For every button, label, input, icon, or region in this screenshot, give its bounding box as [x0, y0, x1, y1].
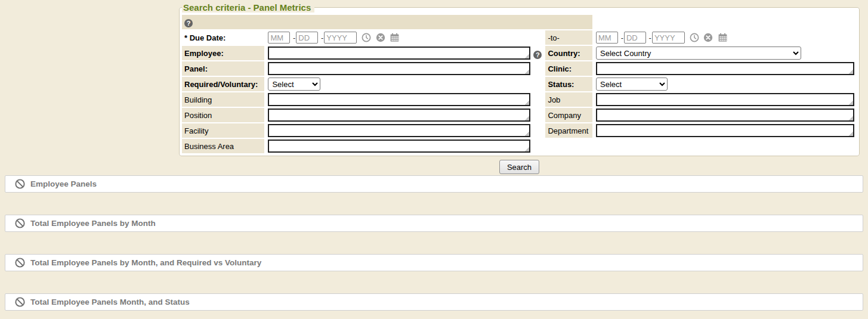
- business-area-label: Business Area: [182, 139, 264, 153]
- due-date-to-month-input[interactable]: [596, 32, 618, 44]
- due-date-from-day-input[interactable]: [296, 32, 318, 44]
- country-cell: Select Country: [594, 46, 857, 60]
- building-cell: [265, 92, 544, 107]
- clinic-label: Clinic:: [545, 61, 592, 76]
- circle-slash-icon: [15, 179, 25, 189]
- search-criteria-fieldset: Search criteria - Panel Metrics ? * Due …: [179, 2, 860, 156]
- date-separator: -: [649, 33, 651, 42]
- due-date-from-cell: - -: [265, 30, 544, 45]
- building-input[interactable]: [268, 93, 530, 106]
- job-input[interactable]: [596, 93, 854, 106]
- panel-cell: [265, 61, 544, 76]
- position-input[interactable]: [268, 109, 530, 122]
- circle-slash-icon: [15, 218, 25, 228]
- calendar-icon[interactable]: [390, 33, 400, 42]
- calendar-icon[interactable]: [718, 33, 728, 42]
- building-job-row: Building Job: [182, 92, 857, 107]
- business-area-row: Business Area: [182, 139, 857, 153]
- section-title: Total Employee Panels by Month, and Requ…: [30, 258, 261, 267]
- employee-input[interactable]: [268, 47, 530, 60]
- company-input[interactable]: [596, 109, 854, 122]
- section-title: Employee Panels: [30, 179, 97, 188]
- facility-input[interactable]: [268, 124, 530, 137]
- date-separator: -: [293, 33, 295, 42]
- due-date-label: * Due Date:: [182, 30, 264, 45]
- facility-cell: [265, 123, 544, 138]
- report-sections: Employee Panels Total Employee Panels by…: [5, 175, 863, 311]
- country-select[interactable]: Select Country: [596, 47, 801, 60]
- clear-date-icon[interactable]: [376, 33, 385, 42]
- panel-input[interactable]: [268, 62, 530, 75]
- due-date-from-month-input[interactable]: [268, 32, 290, 44]
- date-separator: -: [621, 33, 623, 42]
- position-company-row: Position Company: [182, 108, 857, 122]
- status-label: Status:: [545, 77, 592, 91]
- job-cell: [594, 92, 857, 107]
- clear-date-icon[interactable]: [703, 33, 713, 42]
- clock-icon[interactable]: [690, 33, 699, 42]
- due-date-row: * Due Date: - - -to- - -: [182, 30, 857, 45]
- company-cell: [594, 108, 857, 122]
- clinic-input[interactable]: [596, 62, 854, 75]
- help-bar: ?: [182, 15, 592, 29]
- position-cell: [265, 108, 544, 122]
- section-title: Total Employee Panels Month, and Status: [30, 298, 190, 306]
- employee-label: Employee:: [182, 46, 264, 60]
- company-label: Company: [545, 108, 592, 122]
- empty-cell: [594, 139, 857, 153]
- panel-title: Search criteria - Panel Metrics: [182, 2, 314, 13]
- due-date-to-label: -to-: [545, 30, 592, 45]
- employee-cell: ?: [265, 46, 544, 60]
- section-header-total-by-month[interactable]: Total Employee Panels by Month: [5, 215, 863, 232]
- required-voluntary-cell: Select: [265, 77, 544, 91]
- due-date-from-year-input[interactable]: [324, 32, 357, 44]
- business-area-cell: [265, 139, 544, 153]
- panel-clinic-row: Panel: Clinic:: [182, 61, 857, 76]
- section-header-total-by-month-required-vs-voluntary[interactable]: Total Employee Panels by Month, and Requ…: [5, 254, 863, 271]
- section-header-employee-panels[interactable]: Employee Panels: [5, 175, 863, 193]
- country-label: Country:: [545, 46, 592, 60]
- circle-slash-icon: [15, 297, 25, 307]
- required-voluntary-label: Required/Voluntary:: [182, 77, 264, 91]
- due-date-to-year-input[interactable]: [652, 32, 685, 44]
- section-title: Total Employee Panels by Month: [30, 219, 156, 228]
- help-bar-spacer: [594, 15, 857, 29]
- required-voluntary-select[interactable]: Select: [268, 78, 320, 91]
- facility-department-row: Facility Department: [182, 123, 857, 138]
- criteria-grid: ? * Due Date: - - -to- - -: [181, 14, 858, 154]
- due-date-to-cell: - -: [594, 30, 857, 45]
- facility-label: Facility: [182, 123, 264, 138]
- required-status-row: Required/Voluntary: Select Status: Selec…: [182, 77, 857, 91]
- section-header-total-month-status[interactable]: Total Employee Panels Month, and Status: [5, 293, 863, 311]
- help-icon[interactable]: ?: [184, 19, 193, 27]
- circle-slash-icon: [15, 258, 25, 268]
- department-label: Department: [545, 123, 592, 138]
- clock-icon[interactable]: [362, 33, 371, 42]
- employee-help-icon[interactable]: ?: [533, 51, 542, 59]
- status-select[interactable]: Select: [596, 78, 668, 91]
- panel-label: Panel:: [182, 61, 264, 76]
- employee-country-row: Employee: ? Country: Select Country: [182, 46, 857, 60]
- building-label: Building: [182, 92, 264, 107]
- status-cell: Select: [594, 77, 857, 91]
- clinic-cell: [594, 61, 857, 76]
- department-cell: [594, 123, 857, 138]
- date-separator: -: [321, 33, 323, 42]
- due-date-to-day-input[interactable]: [624, 32, 646, 44]
- empty-cell: [545, 139, 592, 153]
- business-area-input[interactable]: [268, 140, 530, 153]
- position-label: Position: [182, 108, 264, 122]
- help-bar-row: ?: [182, 15, 857, 29]
- department-input[interactable]: [596, 124, 854, 137]
- search-button[interactable]: Search: [499, 160, 539, 174]
- search-button-row: Search: [179, 160, 860, 174]
- job-label: Job: [545, 92, 592, 107]
